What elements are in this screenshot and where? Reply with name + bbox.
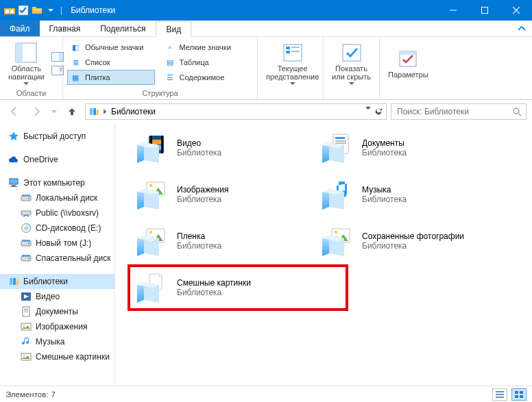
search-icon [512, 107, 522, 116]
nav-pane-button[interactable]: Область навигации [4, 41, 49, 87]
qat-dropdown-icon[interactable] [45, 5, 56, 16]
view-list[interactable]: ≣Список [67, 55, 155, 70]
video-icon [21, 291, 32, 302]
library-item[interactable]: ПленкаБиблиотека [136, 226, 321, 256]
close-button[interactable] [500, 0, 532, 21]
nav-history-dropdown[interactable] [49, 103, 59, 121]
nav-up-button[interactable] [63, 103, 81, 121]
breadcrumb-sep-icon[interactable] [104, 109, 107, 114]
sidebar-rescue-disk[interactable]: Спасательный диск [0, 251, 114, 266]
library-item-subtitle: Библиотека [177, 288, 251, 297]
library-images-icon [321, 226, 354, 256]
sidebar-lib-images[interactable]: Изображения [0, 319, 114, 334]
sidebar-onedrive[interactable]: OneDrive [0, 152, 114, 167]
doc-icon [21, 306, 32, 317]
library-music-icon [321, 179, 354, 210]
address-dropdown-icon[interactable] [365, 107, 371, 116]
options-button[interactable]: Параметры [384, 47, 433, 80]
sidebar-lib-funny[interactable]: Смешные картинки [0, 349, 114, 364]
sidebar-quick-access[interactable]: Быстрый доступ [0, 129, 114, 144]
library-item-subtitle: Библиотека [177, 148, 221, 158]
refresh-button[interactable] [374, 107, 383, 116]
view-regular-icons[interactable]: ◧Обычные значки [67, 40, 155, 55]
sidebar-new-volume[interactable]: Новый том (J:) [0, 236, 114, 251]
library-item-subtitle: Библиотека [362, 194, 407, 204]
view-content[interactable]: ☰Содержимое [162, 70, 250, 85]
library-item[interactable]: МузыкаБиблиотека [321, 179, 506, 210]
details-pane-icon[interactable] [51, 66, 64, 75]
library-item[interactable]: ВидеоБиблиотека [136, 133, 321, 163]
nav-pane-label: Область навигации [8, 64, 45, 81]
qat-folder-icon[interactable] [32, 5, 43, 16]
tab-home[interactable]: Главная [40, 21, 91, 36]
breadcrumb[interactable]: Библиотеки [111, 107, 156, 116]
library-item-title: Смешные картинки [177, 278, 251, 288]
svg-rect-72 [496, 397, 504, 398]
library-item-subtitle: Библиотека [362, 241, 464, 251]
view-mode-details-button[interactable] [492, 388, 507, 401]
library-images-icon [136, 226, 169, 256]
app-icon [4, 5, 15, 16]
preview-pane-icon[interactable] [51, 52, 64, 62]
search-box[interactable] [391, 103, 527, 120]
library-item[interactable]: ИзображенияБиблиотека [136, 179, 321, 210]
status-bar: Элементов: 7 [0, 386, 532, 402]
svg-rect-63 [482, 8, 488, 14]
view-mode-icons-button[interactable] [511, 388, 527, 401]
svg-rect-68 [60, 68, 62, 68]
ribbon-tabs: Файл Главная Поделиться Вид [0, 21, 532, 37]
library-item[interactable]: ДокументыБиблиотека [321, 133, 506, 163]
content-area: ВидеоБиблиотекаДокументыБиблиотекаИзобра… [115, 123, 532, 386]
minimize-button[interactable] [437, 0, 469, 21]
cloud-icon [8, 154, 19, 165]
drive-icon [21, 253, 32, 264]
sidebar-local-disk[interactable]: Локальный диск [0, 190, 114, 205]
nav-back-button[interactable] [5, 103, 23, 121]
sidebar-lib-documents[interactable]: Документы [0, 304, 114, 319]
view-small-icons[interactable]: ▫Мелкие значки [162, 40, 250, 55]
search-input[interactable] [396, 106, 505, 117]
sidebar-cd-drive[interactable]: CD-дисковод (E:) [0, 221, 114, 236]
svg-rect-71 [496, 394, 504, 395]
tab-share[interactable]: Поделиться [90, 21, 156, 36]
netdrive-icon [21, 208, 32, 218]
nav-forward-button[interactable] [27, 103, 45, 121]
library-item[interactable]: Сохраненные фотографииБиблиотека [321, 226, 506, 256]
title-separator: | [60, 5, 62, 15]
address-bar[interactable]: Библиотеки [85, 103, 387, 120]
window-title: Библиотеки [71, 5, 115, 15]
pc-icon [8, 177, 19, 188]
drive-icon [21, 238, 32, 249]
sidebar-lib-music[interactable]: Музыка [0, 334, 114, 349]
library-item-title: Сохраненные фотографии [362, 231, 464, 241]
ribbon-collapse-icon[interactable] [511, 21, 532, 36]
status-count: 7 [51, 390, 55, 399]
maximize-button[interactable] [469, 0, 500, 21]
tab-view[interactable]: Вид [156, 21, 191, 37]
sidebar-public-share[interactable]: Public (\\vboxsrv) [0, 205, 114, 221]
current-view-label: Текущее представление [266, 64, 319, 81]
library-images-icon [136, 179, 169, 210]
view-tiles[interactable]: ▦Плитка [67, 70, 155, 85]
library-item-title: Изображения [177, 185, 228, 194]
current-view-button[interactable]: Текущее представление [262, 41, 323, 87]
library-item[interactable]: Смешные картинкиБиблиотека [128, 264, 348, 311]
cd-icon [21, 223, 32, 234]
sidebar-this-pc[interactable]: Этот компьютер [0, 175, 114, 190]
libraries-icon [8, 276, 19, 287]
sidebar: Быстрый доступ OneDrive Этот компьютер Л… [0, 123, 115, 386]
svg-rect-65 [59, 53, 63, 61]
sidebar-libraries[interactable]: Библиотеки [0, 274, 114, 289]
music-icon [21, 336, 32, 347]
show-hide-label: Показать или скрыть [332, 64, 371, 81]
library-item-subtitle: Библиотека [362, 148, 407, 158]
view-table[interactable]: ▤Таблица [162, 55, 250, 70]
address-row: Библиотеки [0, 100, 532, 123]
library-generic-icon [136, 273, 169, 303]
library-item-title: Документы [362, 138, 407, 148]
show-hide-button[interactable]: Показать или скрыть [328, 41, 375, 87]
sidebar-lib-video[interactable]: Видео [0, 289, 114, 304]
qat-checkbox-icon[interactable] [18, 5, 29, 16]
tab-file[interactable]: Файл [0, 21, 40, 36]
title-bar: | Библиотеки [0, 0, 532, 21]
